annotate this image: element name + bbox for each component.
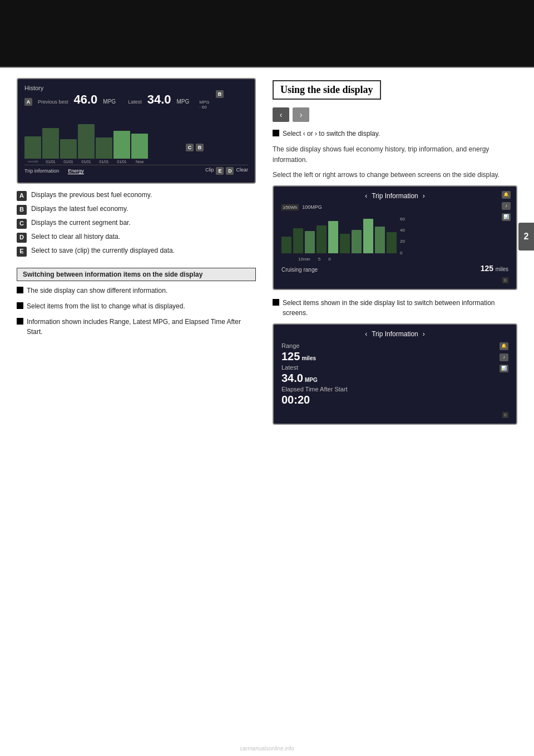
bar-6: [113, 131, 130, 159]
nav-arrow-left[interactable]: ‹: [273, 107, 289, 122]
prev-best-label: Previous best: [38, 99, 68, 105]
legend-list: A Displays the previous best fuel econom…: [17, 190, 256, 257]
latest-mpg-number: 34.0: [281, 372, 303, 384]
tab-energy[interactable]: Energy: [68, 168, 84, 174]
cruising-label: Cruising range: [281, 267, 318, 273]
main-content: History B A Previous best 46.0 MPG Lates…: [0, 68, 534, 444]
list-footer-icon: B: [281, 410, 508, 418]
y-0: 0: [400, 251, 405, 256]
x-label-mdd: mm/dd: [24, 160, 41, 164]
clip-label[interactable]: Clip: [205, 167, 214, 175]
elapsed-value: 00:20: [281, 394, 310, 406]
list-bullet-text: Select items shown in the side display l…: [283, 298, 517, 318]
range-label-row: Range: [281, 342, 495, 349]
latest-mpg-unit: MPG: [305, 377, 318, 383]
tbar-3: [305, 231, 315, 253]
list-footer-b: B: [502, 412, 508, 418]
trip2-right-arrow[interactable]: ›: [423, 330, 425, 338]
trip-title-text: Trip Information: [372, 192, 418, 200]
latest-value: 34.0: [147, 92, 171, 107]
legend-badge-b: B: [17, 205, 27, 215]
elapsed-label: Elapsed Time After Start: [281, 386, 348, 392]
legend-item-a: A Displays the previous best fuel econom…: [17, 190, 256, 201]
bottom-watermark: carmanualsonline.info: [240, 745, 294, 752]
list-icon-1: 🔔: [500, 342, 508, 350]
legend-item-c: C Displays the current segment bar.: [17, 218, 256, 229]
list-display-bullet: Select items shown in the side display l…: [273, 298, 517, 318]
sub-bullet-1: The side display can show different info…: [17, 286, 256, 296]
tbar-8: [363, 219, 373, 253]
tab-trip-info[interactable]: Trip information: [24, 168, 59, 174]
time-0: 0: [328, 257, 330, 262]
range-unit: miles: [301, 355, 316, 361]
tbar-2: [293, 228, 303, 253]
latest-mpg-value: 34.0 MPG: [281, 372, 318, 385]
legend-text-b: Displays the latest fuel economy.: [31, 204, 128, 214]
trip-info-display-1: ‹ Trip Information › ≥50Wh 100MPG: [273, 185, 517, 290]
disp-footer-b: B: [502, 277, 508, 283]
list-icon-3: 📊: [500, 365, 508, 372]
range-value-row: 125 miles: [281, 350, 495, 363]
y-60: 60: [400, 217, 405, 222]
y-label-20: 20: [255, 134, 256, 139]
intro-bullet-icon: [273, 130, 279, 136]
latest-disp-label: Latest: [281, 364, 298, 371]
trip-title-row: ‹ Trip Information ›: [281, 192, 508, 200]
side-display-title: Using the side display: [280, 84, 373, 95]
legend-item-d: D Select to clear all history data.: [17, 232, 256, 243]
trip2-left-arrow[interactable]: ‹: [365, 330, 367, 338]
trip-right-arrow[interactable]: ›: [423, 192, 425, 200]
badge-b-label: B: [216, 90, 224, 98]
history-display-inner: History B A Previous best 46.0 MPG Lates…: [24, 85, 248, 175]
disp-top-labels: ≥50Wh 100MPG: [281, 204, 508, 210]
x-label-now: Now: [131, 160, 148, 164]
elapsed-label-row: Elapsed Time After Start: [281, 386, 495, 392]
x-time-labels: 10min 5 0: [298, 257, 508, 262]
nav-arrow-right[interactable]: ›: [293, 107, 309, 122]
latest-unit: MPG: [177, 99, 190, 105]
latest-label-row: Latest: [281, 364, 495, 371]
sub-section-area: Switching between information items on t…: [17, 268, 256, 337]
bar-3: [60, 139, 77, 159]
legend-badge-e: E: [17, 247, 27, 257]
badge-b-top: B: [216, 89, 224, 98]
legend-item-e: E Select to save (clip) the currently di…: [17, 246, 256, 257]
trip-left-arrow[interactable]: ‹: [365, 192, 367, 200]
tbar-10: [387, 232, 397, 253]
x-label-2: 01/01: [60, 160, 77, 164]
badge-d: D: [226, 167, 234, 175]
trip-info-display-2: ‹ Trip Information › Range 125 miles: [273, 323, 517, 425]
cruising-value: 125: [481, 264, 493, 273]
section-number-tab: 2: [518, 223, 534, 251]
kwh-label: ≥50Wh: [281, 204, 299, 210]
trip2-content: Range 125 miles Latest 34.0: [281, 342, 508, 408]
bar-5: [96, 138, 112, 159]
time-10min: 10min: [298, 257, 310, 262]
history-display: History B A Previous best 46.0 MPG Lates…: [17, 78, 256, 184]
disp-bottom-row: Cruising range 125 miles: [281, 264, 508, 273]
bullet-icon-2: [17, 302, 23, 309]
history-bottom: Trip information Energy Clip E D Clear: [24, 165, 248, 175]
latest-value-row: 34.0 MPG: [281, 372, 495, 385]
trip-chart-row: 60 40 20 0 🔔 ♪ 📊: [281, 212, 508, 256]
elapsed-value-row: 00:20: [281, 394, 495, 406]
side-icons: 🔔 ♪ 📊: [502, 191, 511, 221]
badge-a: A: [24, 98, 32, 106]
bars-wrapper: 40 20 0 mm/dd 01/01 01/01 01/01 01/01: [24, 112, 248, 164]
prev-best-unit: MPG: [103, 99, 116, 105]
icon-2: ♪: [502, 202, 511, 210]
sub-bullet-2: Select items from the list to change wha…: [17, 301, 256, 311]
nav-arrows: ‹ ›: [273, 107, 517, 122]
sub-section-heading: Switching between information items on t…: [17, 268, 256, 281]
list-icon-2: ♪: [500, 354, 508, 361]
tbar-6: [340, 234, 350, 253]
trip2-title-row: ‹ Trip Information ›: [281, 330, 508, 338]
bullet-icon-1: [17, 287, 23, 293]
bar-1: [24, 136, 41, 159]
history-top-row: A Previous best 46.0 MPG Latest 34.0 MPG…: [24, 92, 248, 110]
sub-bullet-text-3: Information shown includes Range, Latest…: [27, 317, 256, 337]
history-tabs: Trip information Energy: [24, 168, 84, 174]
legend-badge-c: C: [17, 219, 27, 229]
chart-container: C B: [24, 112, 248, 164]
clear-label[interactable]: Clear: [236, 167, 248, 175]
